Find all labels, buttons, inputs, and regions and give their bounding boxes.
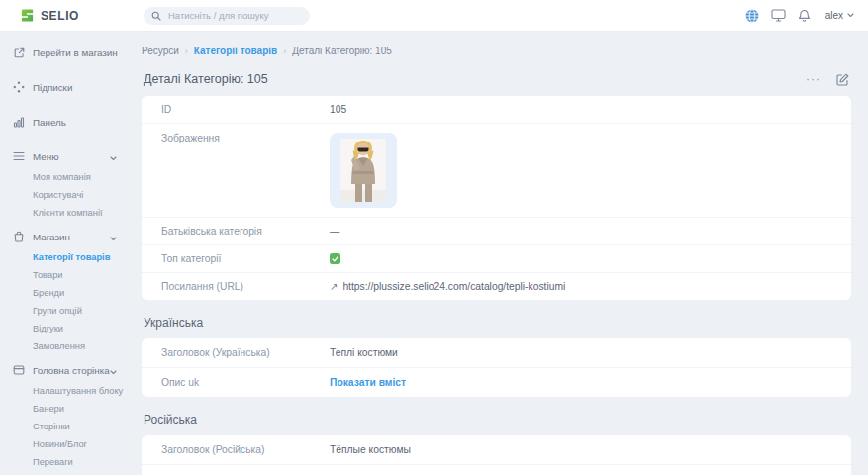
main-content: Ресурси › Категорії товарів › Деталі Кат… bbox=[129, 32, 868, 475]
sidebar-item-users[interactable]: Користувачі bbox=[33, 190, 129, 200]
homepage-sub-list: Налаштування блоку Банери Сторінки Новин… bbox=[12, 386, 129, 467]
field-label: Заголовок (Російська) bbox=[161, 444, 330, 455]
search-input[interactable] bbox=[166, 9, 302, 22]
display-icon[interactable] bbox=[771, 8, 786, 23]
sidebar-group-shop[interactable]: Магазин bbox=[12, 230, 129, 243]
field-value-parent: — bbox=[330, 226, 339, 237]
detail-row-top-category: Топ категорії bbox=[142, 245, 851, 273]
ru-title-value: Тёплые костюмы bbox=[330, 444, 411, 455]
sidebar-item-orders[interactable]: Замовлення bbox=[33, 341, 129, 351]
global-search[interactable] bbox=[144, 7, 310, 25]
sidebar-label: Підписки bbox=[33, 82, 72, 93]
sidebar-item-subscriptions[interactable]: Підписки bbox=[12, 80, 129, 94]
field-label: Опис uk bbox=[161, 377, 330, 388]
edit-pencil-icon bbox=[836, 73, 849, 86]
ru-title-row: Заголовок (Російська) Тёплые костюмы bbox=[142, 435, 851, 465]
breadcrumb: Ресурси › Категорії товарів › Деталі Кат… bbox=[142, 46, 851, 56]
logo-text: SELIO bbox=[41, 9, 79, 23]
shopping-bag-icon bbox=[12, 230, 26, 243]
username: alex bbox=[825, 10, 843, 21]
category-image-thumbnail[interactable] bbox=[330, 133, 397, 208]
field-label: Зображення bbox=[161, 133, 330, 143]
sidebar-label: Магазин bbox=[33, 232, 70, 242]
page-title: Деталі Категорію: 105 bbox=[144, 72, 268, 86]
bar-chart-icon bbox=[12, 115, 26, 129]
section-title-russian: Російська bbox=[144, 413, 849, 427]
detail-row-url: Посилання (URL) ↗ https://plussize.selio… bbox=[142, 273, 851, 300]
more-actions-button[interactable]: ··· bbox=[806, 75, 820, 83]
ellipsis-icon: ··· bbox=[806, 72, 820, 86]
subscriptions-icon bbox=[12, 80, 26, 94]
menu-sub-list: Моя компанія Користувачі Клієнти компані… bbox=[12, 172, 129, 218]
breadcrumb-resources[interactable]: Ресурси bbox=[142, 46, 179, 56]
chevron-down-icon bbox=[847, 13, 854, 18]
breadcrumb-separator: › bbox=[283, 47, 286, 56]
category-photo bbox=[340, 139, 386, 202]
edit-button[interactable] bbox=[836, 73, 849, 86]
chevron-down-icon bbox=[110, 152, 117, 163]
ru-description-row: Опис ru Показати вміст bbox=[142, 465, 851, 475]
sidebar: Перейти в магазин Підписки Панель bbox=[0, 32, 129, 475]
menu-icon bbox=[12, 149, 26, 163]
external-arrow-icon: ↗ bbox=[330, 282, 338, 292]
russian-card: Заголовок (Російська) Тёплые костюмы Опи… bbox=[142, 435, 851, 475]
detail-row-image: Зображення bbox=[142, 124, 851, 218]
search-icon bbox=[151, 11, 161, 21]
sidebar-item-advantages[interactable]: Переваги bbox=[33, 457, 129, 467]
user-menu[interactable]: alex bbox=[825, 10, 854, 21]
uk-title-value: Теплі костюми bbox=[330, 347, 398, 358]
sidebar-item-option-groups[interactable]: Групи опцій bbox=[33, 306, 129, 316]
url-text: https://plussize.selio24.com/catalog/tep… bbox=[342, 281, 565, 292]
section-title-ukrainian: Українська bbox=[144, 316, 849, 330]
category-details-card: ID 105 Зображення bbox=[142, 96, 851, 300]
uk-description-row: Опис uk Показати вміст bbox=[142, 368, 851, 397]
ukrainian-card: Заголовок (Українська) Теплі костюми Опи… bbox=[142, 338, 851, 397]
uk-title-row: Заголовок (Українська) Теплі костюми bbox=[142, 338, 851, 368]
sidebar-label: Панель bbox=[33, 117, 66, 128]
topbar: SELIO alex bbox=[0, 0, 868, 32]
detail-row-id: ID 105 bbox=[142, 96, 851, 124]
sidebar-item-go-to-store[interactable]: Перейти в магазин bbox=[12, 46, 129, 59]
field-label: Топ категорії bbox=[161, 253, 330, 264]
sidebar-item-reviews[interactable]: Відгуки bbox=[33, 324, 129, 333]
breadcrumb-separator: › bbox=[185, 47, 188, 56]
chevron-down-icon bbox=[110, 366, 117, 377]
shop-sub-list: Категорії товарів Товари Бренди Групи оп… bbox=[12, 252, 129, 351]
sidebar-item-panel[interactable]: Панель bbox=[12, 115, 129, 129]
sidebar-group-homepage[interactable]: Головна сторінка bbox=[12, 363, 129, 377]
selio-logo-icon bbox=[20, 8, 35, 23]
breadcrumb-product-categories[interactable]: Категорії товарів bbox=[194, 46, 277, 56]
logo[interactable]: SELIO bbox=[0, 8, 130, 23]
external-link-icon bbox=[12, 46, 26, 59]
field-label: Посилання (URL) bbox=[161, 281, 330, 292]
language-globe-icon[interactable] bbox=[745, 8, 760, 23]
homepage-icon bbox=[12, 363, 26, 377]
sidebar-item-product-categories[interactable]: Категорії товарів bbox=[33, 252, 129, 262]
chevron-down-icon bbox=[110, 233, 117, 243]
field-label: Заголовок (Українська) bbox=[161, 347, 330, 358]
sidebar-item-company-clients[interactable]: Клієнти компанії bbox=[33, 208, 129, 218]
sidebar-label: Перейти в магазин bbox=[33, 48, 118, 58]
sidebar-item-block-settings[interactable]: Налаштування блоку bbox=[33, 386, 129, 396]
field-label: Батьківська категорія bbox=[161, 226, 330, 237]
sidebar-label: Меню bbox=[33, 151, 58, 162]
uk-show-content-link[interactable]: Показати вміст bbox=[330, 377, 406, 388]
sidebar-item-brands[interactable]: Бренди bbox=[33, 288, 129, 298]
sidebar-label: Головна сторінка bbox=[33, 365, 110, 376]
sidebar-group-menu[interactable]: Меню bbox=[12, 149, 129, 163]
sidebar-item-pages[interactable]: Сторінки bbox=[33, 422, 129, 431]
top-category-checkbox[interactable] bbox=[330, 253, 340, 264]
breadcrumb-current: Деталі Категорію: 105 bbox=[292, 46, 392, 56]
sidebar-item-banners[interactable]: Банери bbox=[33, 404, 129, 414]
field-label: ID bbox=[161, 104, 330, 115]
sidebar-item-products[interactable]: Товари bbox=[33, 270, 129, 280]
category-url-link[interactable]: ↗ https://plussize.selio24.com/catalog/t… bbox=[330, 281, 565, 292]
sidebar-item-news-blog[interactable]: Новини/Блог bbox=[33, 439, 129, 449]
notifications-bell-icon[interactable] bbox=[797, 8, 812, 23]
field-value-id: 105 bbox=[330, 104, 346, 115]
sidebar-item-my-company[interactable]: Моя компанія bbox=[33, 172, 129, 182]
checkmark-icon bbox=[332, 256, 338, 262]
detail-row-parent-category: Батьківська категорія — bbox=[142, 218, 851, 245]
